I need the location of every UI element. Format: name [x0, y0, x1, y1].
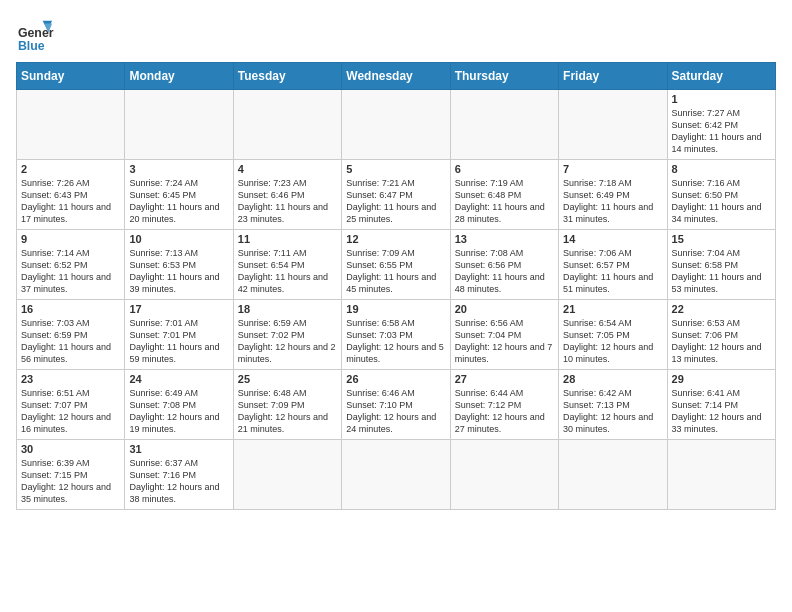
calendar-cell: 11Sunrise: 7:11 AM Sunset: 6:54 PM Dayli… — [233, 230, 341, 300]
calendar-cell — [342, 90, 450, 160]
calendar-cell: 19Sunrise: 6:58 AM Sunset: 7:03 PM Dayli… — [342, 300, 450, 370]
day-info: Sunrise: 6:59 AM Sunset: 7:02 PM Dayligh… — [238, 317, 337, 366]
day-number: 8 — [672, 163, 771, 175]
calendar-row-3: 16Sunrise: 7:03 AM Sunset: 6:59 PM Dayli… — [17, 300, 776, 370]
day-info: Sunrise: 7:19 AM Sunset: 6:48 PM Dayligh… — [455, 177, 554, 226]
calendar-cell — [450, 90, 558, 160]
day-number: 24 — [129, 373, 228, 385]
day-info: Sunrise: 6:41 AM Sunset: 7:14 PM Dayligh… — [672, 387, 771, 436]
day-number: 16 — [21, 303, 120, 315]
day-info: Sunrise: 7:04 AM Sunset: 6:58 PM Dayligh… — [672, 247, 771, 296]
calendar-cell: 17Sunrise: 7:01 AM Sunset: 7:01 PM Dayli… — [125, 300, 233, 370]
calendar-cell: 7Sunrise: 7:18 AM Sunset: 6:49 PM Daylig… — [559, 160, 667, 230]
weekday-friday: Friday — [559, 63, 667, 90]
day-number: 28 — [563, 373, 662, 385]
calendar-cell: 26Sunrise: 6:46 AM Sunset: 7:10 PM Dayli… — [342, 370, 450, 440]
calendar-cell: 16Sunrise: 7:03 AM Sunset: 6:59 PM Dayli… — [17, 300, 125, 370]
calendar-cell: 5Sunrise: 7:21 AM Sunset: 6:47 PM Daylig… — [342, 160, 450, 230]
calendar-row-2: 9Sunrise: 7:14 AM Sunset: 6:52 PM Daylig… — [17, 230, 776, 300]
day-number: 10 — [129, 233, 228, 245]
day-info: Sunrise: 6:48 AM Sunset: 7:09 PM Dayligh… — [238, 387, 337, 436]
day-number: 31 — [129, 443, 228, 455]
day-number: 1 — [672, 93, 771, 105]
day-info: Sunrise: 6:49 AM Sunset: 7:08 PM Dayligh… — [129, 387, 228, 436]
day-number: 14 — [563, 233, 662, 245]
day-info: Sunrise: 6:54 AM Sunset: 7:05 PM Dayligh… — [563, 317, 662, 366]
day-info: Sunrise: 7:08 AM Sunset: 6:56 PM Dayligh… — [455, 247, 554, 296]
day-number: 23 — [21, 373, 120, 385]
calendar-cell — [342, 440, 450, 510]
calendar-table: SundayMondayTuesdayWednesdayThursdayFrid… — [16, 62, 776, 510]
day-number: 13 — [455, 233, 554, 245]
day-info: Sunrise: 7:26 AM Sunset: 6:43 PM Dayligh… — [21, 177, 120, 226]
calendar-cell — [233, 90, 341, 160]
day-number: 29 — [672, 373, 771, 385]
day-number: 21 — [563, 303, 662, 315]
day-number: 22 — [672, 303, 771, 315]
day-info: Sunrise: 6:37 AM Sunset: 7:16 PM Dayligh… — [129, 457, 228, 506]
day-number: 12 — [346, 233, 445, 245]
day-number: 6 — [455, 163, 554, 175]
day-number: 2 — [21, 163, 120, 175]
day-info: Sunrise: 7:13 AM Sunset: 6:53 PM Dayligh… — [129, 247, 228, 296]
weekday-header-row: SundayMondayTuesdayWednesdayThursdayFrid… — [17, 63, 776, 90]
calendar-cell: 25Sunrise: 6:48 AM Sunset: 7:09 PM Dayli… — [233, 370, 341, 440]
day-number: 5 — [346, 163, 445, 175]
day-number: 19 — [346, 303, 445, 315]
day-number: 25 — [238, 373, 337, 385]
calendar-cell: 31Sunrise: 6:37 AM Sunset: 7:16 PM Dayli… — [125, 440, 233, 510]
day-number: 18 — [238, 303, 337, 315]
day-info: Sunrise: 7:01 AM Sunset: 7:01 PM Dayligh… — [129, 317, 228, 366]
day-number: 17 — [129, 303, 228, 315]
day-info: Sunrise: 7:27 AM Sunset: 6:42 PM Dayligh… — [672, 107, 771, 156]
calendar-cell: 4Sunrise: 7:23 AM Sunset: 6:46 PM Daylig… — [233, 160, 341, 230]
weekday-sunday: Sunday — [17, 63, 125, 90]
logo-icon: General Blue — [16, 16, 54, 54]
day-info: Sunrise: 7:16 AM Sunset: 6:50 PM Dayligh… — [672, 177, 771, 226]
day-info: Sunrise: 7:23 AM Sunset: 6:46 PM Dayligh… — [238, 177, 337, 226]
calendar-cell: 8Sunrise: 7:16 AM Sunset: 6:50 PM Daylig… — [667, 160, 775, 230]
calendar-cell: 3Sunrise: 7:24 AM Sunset: 6:45 PM Daylig… — [125, 160, 233, 230]
day-number: 26 — [346, 373, 445, 385]
calendar-cell: 23Sunrise: 6:51 AM Sunset: 7:07 PM Dayli… — [17, 370, 125, 440]
page-header: General Blue — [16, 16, 776, 54]
day-number: 30 — [21, 443, 120, 455]
weekday-wednesday: Wednesday — [342, 63, 450, 90]
day-info: Sunrise: 6:46 AM Sunset: 7:10 PM Dayligh… — [346, 387, 445, 436]
calendar-cell: 28Sunrise: 6:42 AM Sunset: 7:13 PM Dayli… — [559, 370, 667, 440]
calendar-cell: 10Sunrise: 7:13 AM Sunset: 6:53 PM Dayli… — [125, 230, 233, 300]
calendar-cell: 18Sunrise: 6:59 AM Sunset: 7:02 PM Dayli… — [233, 300, 341, 370]
calendar-cell: 6Sunrise: 7:19 AM Sunset: 6:48 PM Daylig… — [450, 160, 558, 230]
day-info: Sunrise: 7:24 AM Sunset: 6:45 PM Dayligh… — [129, 177, 228, 226]
calendar-cell: 14Sunrise: 7:06 AM Sunset: 6:57 PM Dayli… — [559, 230, 667, 300]
day-number: 20 — [455, 303, 554, 315]
calendar-cell — [559, 90, 667, 160]
weekday-monday: Monday — [125, 63, 233, 90]
calendar-cell — [17, 90, 125, 160]
day-number: 27 — [455, 373, 554, 385]
calendar-cell: 9Sunrise: 7:14 AM Sunset: 6:52 PM Daylig… — [17, 230, 125, 300]
weekday-tuesday: Tuesday — [233, 63, 341, 90]
day-number: 9 — [21, 233, 120, 245]
calendar-cell: 22Sunrise: 6:53 AM Sunset: 7:06 PM Dayli… — [667, 300, 775, 370]
day-info: Sunrise: 6:39 AM Sunset: 7:15 PM Dayligh… — [21, 457, 120, 506]
calendar-row-4: 23Sunrise: 6:51 AM Sunset: 7:07 PM Dayli… — [17, 370, 776, 440]
day-number: 7 — [563, 163, 662, 175]
calendar-row-5: 30Sunrise: 6:39 AM Sunset: 7:15 PM Dayli… — [17, 440, 776, 510]
day-number: 3 — [129, 163, 228, 175]
day-info: Sunrise: 6:53 AM Sunset: 7:06 PM Dayligh… — [672, 317, 771, 366]
day-info: Sunrise: 6:56 AM Sunset: 7:04 PM Dayligh… — [455, 317, 554, 366]
calendar-cell: 29Sunrise: 6:41 AM Sunset: 7:14 PM Dayli… — [667, 370, 775, 440]
calendar-cell: 2Sunrise: 7:26 AM Sunset: 6:43 PM Daylig… — [17, 160, 125, 230]
calendar-cell — [559, 440, 667, 510]
calendar-cell: 21Sunrise: 6:54 AM Sunset: 7:05 PM Dayli… — [559, 300, 667, 370]
weekday-thursday: Thursday — [450, 63, 558, 90]
calendar-cell: 12Sunrise: 7:09 AM Sunset: 6:55 PM Dayli… — [342, 230, 450, 300]
logo: General Blue — [16, 16, 54, 54]
calendar-cell: 1Sunrise: 7:27 AM Sunset: 6:42 PM Daylig… — [667, 90, 775, 160]
day-info: Sunrise: 7:11 AM Sunset: 6:54 PM Dayligh… — [238, 247, 337, 296]
day-info: Sunrise: 6:42 AM Sunset: 7:13 PM Dayligh… — [563, 387, 662, 436]
calendar-cell: 27Sunrise: 6:44 AM Sunset: 7:12 PM Dayli… — [450, 370, 558, 440]
day-info: Sunrise: 6:58 AM Sunset: 7:03 PM Dayligh… — [346, 317, 445, 366]
calendar-cell — [233, 440, 341, 510]
